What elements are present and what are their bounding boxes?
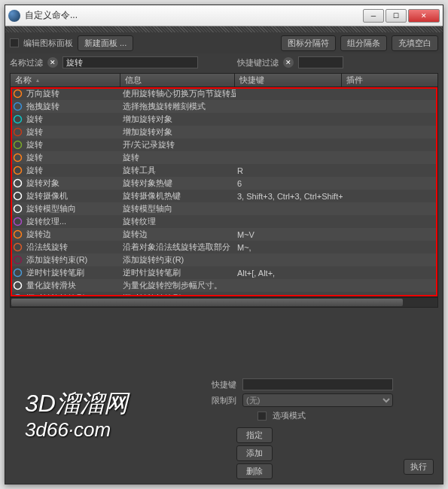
key-filter-input[interactable] xyxy=(298,56,343,68)
close-button[interactable]: ✕ xyxy=(408,9,440,23)
cell-name: 旋转 xyxy=(25,114,121,125)
svg-point-4 xyxy=(14,141,22,149)
drag-icon xyxy=(12,101,23,112)
axis-icon xyxy=(12,203,23,214)
svg-point-0 xyxy=(14,90,22,98)
cell-info: 开/关记录旋转 xyxy=(121,139,236,150)
cell-info: 逆时针旋转笔刷 xyxy=(121,267,236,278)
table-body[interactable]: 万向旋转使用旋转轴心切换万向节旋转显拖拽旋转选择拖拽旋转雕刻模式旋转增加旋转对象… xyxy=(11,87,437,296)
cell-info: 添加旋转约束(R) xyxy=(121,254,236,266)
cell-name: 旋转 xyxy=(25,139,121,150)
h-scrollbar[interactable] xyxy=(10,297,438,308)
cell-name: 旋转边 xyxy=(25,229,121,240)
new-panel-button[interactable]: 新建面板 ... xyxy=(78,35,133,51)
table-row[interactable]: 旋转对象旋转对象热键6 xyxy=(11,177,437,190)
table-row[interactable]: 拖拽旋转选择拖拽旋转雕刻模式 xyxy=(11,100,437,113)
col-plugin[interactable]: 插件 xyxy=(342,74,437,87)
shortcut-input[interactable] xyxy=(242,378,393,390)
clear-key-filter-icon[interactable]: ✕ xyxy=(283,57,294,68)
group-strip-button[interactable]: 组分隔条 xyxy=(340,35,387,51)
icon-separator-button[interactable]: 图标分隔符 xyxy=(281,35,336,51)
name-filter-label: 名称过滤 xyxy=(10,57,43,68)
table-row[interactable]: 旋转增加旋转对象 xyxy=(11,113,437,126)
option-mode-label: 选项模式 xyxy=(273,410,306,421)
table-row[interactable]: 万向旋转使用旋转轴心切换万向节旋转显 xyxy=(11,87,437,100)
name-filter-input[interactable] xyxy=(62,56,198,68)
table-row[interactable]: 添加旋转约束(R)添加旋转约束(R) xyxy=(11,254,437,266)
edit-icon-panel-label: 编辑图标面板 xyxy=(23,38,73,49)
svg-point-14 xyxy=(14,269,22,277)
fill-blank-button[interactable]: 充填空白 xyxy=(392,35,438,51)
table-row[interactable]: 旋转纹理...旋转纹理 xyxy=(11,215,437,228)
clear-name-filter-icon[interactable]: ✕ xyxy=(47,57,58,68)
svg-point-7 xyxy=(14,180,22,187)
cell-info: 使用旋转轴心切换万向节旋转显 xyxy=(121,88,236,99)
table-row[interactable]: 旋转旋转工具R xyxy=(11,164,437,177)
tool-icon xyxy=(12,165,23,176)
table-row[interactable]: 量化旋转滑块为量化旋转控制步幅尺寸。 xyxy=(11,279,437,292)
limit-label: 限制到 xyxy=(212,395,236,406)
gimbal-icon xyxy=(12,88,23,99)
cell-key: Alt+], Alt+. xyxy=(236,294,343,297)
cell-info: 沿着对象沿法线旋转选取部分 xyxy=(121,241,236,253)
table-header: 名称 信息 快捷键 插件 xyxy=(11,74,437,87)
cell-name: 量化旋转滑块 xyxy=(25,280,121,291)
h-scrollbar-thumb[interactable] xyxy=(11,299,403,306)
table-row[interactable]: 顺时针旋转笔刷顺时针旋转笔刷Alt+], Alt+. xyxy=(11,292,437,296)
svg-point-13 xyxy=(14,257,22,264)
bottom-panel: 快捷键 限制到 (无) 选项模式 指定 添加 删除 执行 xyxy=(10,378,438,479)
edit-icon-panel-checkbox[interactable] xyxy=(10,38,19,47)
cell-name: 拖拽旋转 xyxy=(25,101,121,112)
maximize-button[interactable]: ☐ xyxy=(386,9,407,23)
option-mode-checkbox[interactable] xyxy=(258,412,267,421)
ccw-icon xyxy=(12,267,23,278)
limit-select[interactable]: (无) xyxy=(242,393,393,407)
cell-name: 添加旋转约束(R) xyxy=(25,254,121,266)
execute-button[interactable]: 执行 xyxy=(404,459,434,475)
table-row[interactable]: 旋转摄像机旋转摄像机热键3, Shift+3, Ctrl+3, Ctrl+Shi… xyxy=(11,190,437,202)
const-icon xyxy=(12,254,23,266)
app-icon xyxy=(8,10,20,22)
table-row[interactable]: 旋转模型轴向旋转模型轴向 xyxy=(11,202,437,215)
col-key[interactable]: 快捷键 xyxy=(235,74,342,87)
cell-name: 旋转对象 xyxy=(25,178,121,189)
rot-icon xyxy=(12,152,23,163)
window-title: 自定义命令... xyxy=(25,9,363,22)
table-row[interactable]: 旋转旋转 xyxy=(11,151,437,164)
svg-point-1 xyxy=(14,103,22,111)
titlebar[interactable]: 自定义命令... ─ ☐ ✕ xyxy=(5,5,443,26)
table-row[interactable]: 沿法线旋转沿着对象沿法线旋转选取部分M~, xyxy=(11,241,437,254)
cell-info: 旋转摄像机热键 xyxy=(121,190,236,202)
svg-point-11 xyxy=(14,231,22,238)
cell-info: 为量化旋转控制步幅尺寸。 xyxy=(121,280,236,291)
table-row[interactable]: 逆时针旋转笔刷逆时针旋转笔刷Alt+[, Alt+, xyxy=(11,266,437,279)
col-name[interactable]: 名称 xyxy=(11,74,120,87)
filter-bar: 名称过滤 ✕ 快捷键过滤 ✕ xyxy=(5,53,443,71)
cell-info: 旋转工具 xyxy=(121,165,236,176)
svg-point-6 xyxy=(14,167,22,175)
svg-point-8 xyxy=(14,193,22,200)
cell-info: 旋转边 xyxy=(121,229,236,240)
cell-name: 沿法线旋转 xyxy=(25,241,121,253)
svg-point-9 xyxy=(14,205,22,213)
col-info[interactable]: 信息 xyxy=(120,74,235,87)
hot-icon xyxy=(12,178,23,189)
gripper xyxy=(5,26,443,32)
cw-icon xyxy=(12,293,23,296)
cell-key: M~, xyxy=(236,243,343,252)
cell-key: Alt+[, Alt+, xyxy=(236,269,343,278)
cell-name: 顺时针旋转笔刷 xyxy=(25,293,121,296)
delete-button[interactable]: 删除 xyxy=(236,463,273,479)
cell-info: 增加旋转对象 xyxy=(121,126,236,138)
command-table: 名称 信息 快捷键 插件 万向旋转使用旋转轴心切换万向节旋转显拖拽旋转选择拖拽旋… xyxy=(10,73,438,297)
shortcut-label: 快捷键 xyxy=(212,379,236,390)
table-row[interactable]: 旋转开/关记录旋转 xyxy=(11,138,437,151)
cell-key: M~V xyxy=(236,230,343,239)
cell-name: 旋转纹理... xyxy=(25,216,121,227)
minimize-button[interactable]: ─ xyxy=(363,9,384,23)
table-row[interactable]: 旋转边旋转边M~V xyxy=(11,228,437,241)
assign-button[interactable]: 指定 xyxy=(236,427,273,443)
table-row[interactable]: 旋转增加旋转对象 xyxy=(11,126,437,138)
add-button[interactable]: 添加 xyxy=(236,445,273,461)
cell-name: 万向旋转 xyxy=(25,88,121,99)
